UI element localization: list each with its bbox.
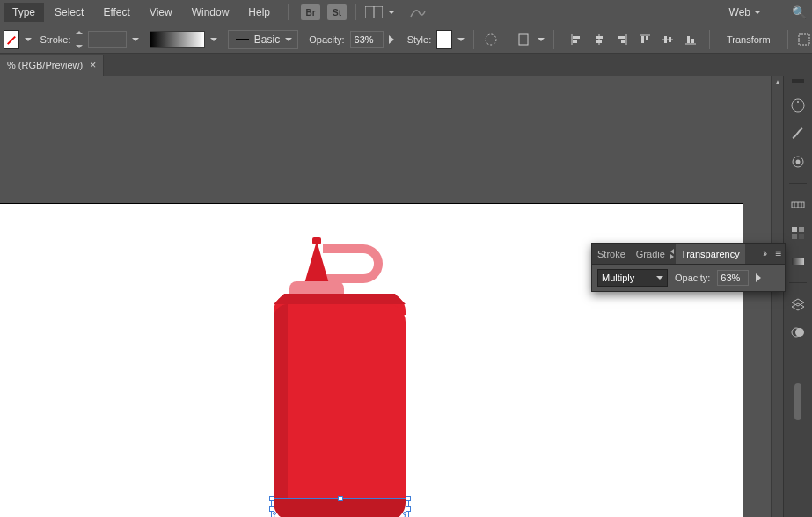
menu-type[interactable]: Type	[4, 3, 44, 22]
vertical-scrollbar[interactable]: ▲	[771, 76, 783, 517]
panel-menu-icon[interactable]: ≡	[775, 247, 781, 259]
menu-separator	[355, 4, 356, 20]
anchor-point[interactable]	[403, 512, 406, 515]
menu-view[interactable]: View	[141, 3, 181, 22]
svg-rect-32	[799, 227, 804, 232]
symbols-panel-icon[interactable]	[789, 153, 807, 171]
panel-opacity-label: Opacity:	[675, 273, 710, 283]
svg-rect-34	[799, 234, 804, 239]
dock-collapse-pill[interactable]	[794, 383, 801, 420]
selection-handle-nw[interactable]	[269, 496, 274, 501]
transparency-panel-icon[interactable]	[789, 324, 807, 341]
blend-mode-select[interactable]: Multiply	[597, 269, 668, 287]
svg-rect-15	[641, 36, 644, 43]
control-separator	[473, 30, 474, 49]
layers-panel-icon[interactable]	[789, 295, 807, 313]
search-icon[interactable]: 🔍	[792, 5, 807, 19]
control-separator	[553, 30, 554, 49]
panel-tab-gradient[interactable]: Gradie	[631, 244, 670, 264]
document-tab[interactable]: % (RGB/Preview) ×	[0, 55, 104, 76]
svg-rect-10	[596, 40, 602, 43]
menu-effect[interactable]: Effect	[94, 3, 138, 22]
dock-separator	[789, 183, 807, 184]
chevron-down-icon[interactable]	[25, 38, 32, 41]
workspace-switcher[interactable]: Web	[724, 4, 766, 20]
bottle-top-shade	[274, 294, 406, 304]
chevron-down-icon	[285, 38, 292, 41]
bottle-cap-tip	[312, 237, 321, 244]
align-hcenter-icon[interactable]	[589, 30, 609, 49]
bridge-icon[interactable]: Br	[301, 4, 320, 20]
bottle-handle	[323, 244, 383, 283]
chevron-down-icon[interactable]	[210, 38, 217, 41]
chevron-down-icon[interactable]	[388, 11, 395, 14]
svg-rect-23	[799, 34, 809, 45]
document-tabstrip: % (RGB/Preview) ×	[0, 54, 812, 76]
collapse-panel-icon[interactable]: ››	[763, 249, 765, 258]
chevron-down-icon[interactable]	[457, 38, 465, 41]
cycle-panel-icon[interactable]	[670, 249, 674, 259]
recolor-icon[interactable]	[483, 30, 499, 49]
isolate-icon[interactable]	[796, 30, 812, 49]
anchor-point[interactable]	[273, 512, 276, 515]
stroke-label: Stroke:	[40, 34, 71, 45]
document-tab-title: % (RGB/Preview)	[7, 60, 83, 70]
panel-opacity-popup-icon[interactable]	[756, 273, 764, 282]
fill-swatch[interactable]	[4, 30, 19, 49]
transparency-panel[interactable]: Stroke Gradie Transparency ›› ≡ Multiply…	[591, 243, 786, 292]
panel-body: Multiply Opacity:	[592, 265, 785, 291]
panel-opacity-field[interactable]	[717, 270, 749, 286]
align-vcenter-icon[interactable]	[658, 30, 677, 49]
align-bottom-icon[interactable]	[681, 30, 700, 49]
arrange-docs-icon[interactable]	[365, 6, 383, 18]
right-dock	[783, 76, 812, 517]
selection-handle-e[interactable]	[406, 506, 411, 512]
opacity-popup-icon[interactable]	[389, 35, 397, 44]
dock-separator	[789, 282, 807, 283]
gradient-panel-icon[interactable]	[789, 252, 807, 270]
menu-window[interactable]: Window	[183, 3, 238, 22]
stroke-weight-field[interactable]	[88, 31, 127, 48]
style-swatch[interactable]	[436, 30, 452, 49]
swatches-panel-icon[interactable]	[789, 224, 807, 242]
svg-rect-33	[792, 234, 797, 239]
chevron-down-icon[interactable]	[538, 38, 545, 41]
stroke-profile-swatch[interactable]	[150, 31, 205, 48]
chevron-down-icon[interactable]	[132, 38, 139, 41]
align-left-icon[interactable]	[567, 30, 586, 49]
close-icon[interactable]: ×	[90, 59, 96, 71]
menu-separator	[288, 4, 289, 20]
menu-bar: Type Select Effect View Window Help Br S…	[0, 0, 812, 25]
svg-rect-16	[646, 36, 648, 40]
panel-tab-transparency[interactable]: Transparency	[676, 244, 745, 264]
menu-separator	[779, 4, 779, 20]
dock-grip[interactable]	[792, 79, 804, 83]
svg-rect-35	[792, 258, 804, 265]
chevron-down-icon	[656, 276, 663, 280]
gpu-icon[interactable]	[409, 6, 427, 18]
opacity-field[interactable]	[350, 31, 384, 48]
bottle-body	[274, 304, 406, 515]
menu-help[interactable]: Help	[239, 3, 279, 22]
scroll-up-icon[interactable]: ▲	[772, 76, 783, 88]
stroke-weight-spinner[interactable]	[76, 31, 83, 48]
transform-button[interactable]: Transform	[719, 31, 779, 48]
brush-panel-icon[interactable]	[789, 125, 807, 142]
brush-label: Basic	[254, 33, 280, 46]
menu-select[interactable]: Select	[46, 3, 92, 22]
doc-setup-icon[interactable]	[516, 30, 532, 49]
stock-icon[interactable]: St	[327, 4, 347, 20]
align-top-icon[interactable]	[635, 30, 655, 49]
color-panel-icon[interactable]	[789, 97, 807, 114]
svg-rect-31	[792, 227, 797, 232]
selection-handle-n[interactable]	[338, 496, 343, 501]
svg-rect-12	[618, 36, 625, 39]
svg-rect-4	[519, 34, 528, 45]
selection-handle-ne[interactable]	[406, 496, 411, 501]
brush-definition-dropdown[interactable]: Basic	[228, 30, 298, 49]
stroke-panel-icon[interactable]	[789, 196, 807, 214]
chevron-down-icon	[754, 11, 761, 14]
panel-tab-stroke[interactable]: Stroke	[592, 244, 631, 264]
panel-tabstrip: Stroke Gradie Transparency ›› ≡	[592, 244, 785, 265]
align-right-icon[interactable]	[612, 30, 632, 49]
